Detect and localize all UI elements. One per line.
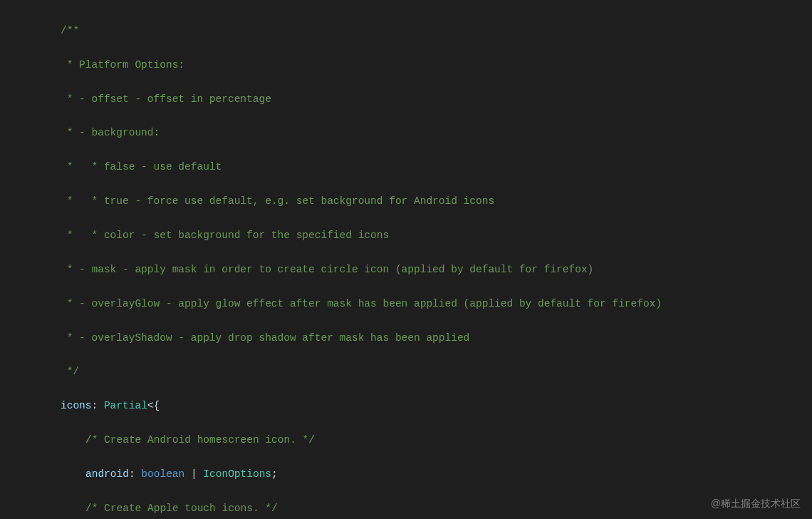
watermark: @稀土掘金技术社区 bbox=[711, 495, 801, 512]
code-editor[interactable]: /** * Platform Options: * - offset - off… bbox=[0, 0, 812, 519]
doc-comment-line: * - overlayGlow - apply glow effect afte… bbox=[61, 298, 662, 309]
doc-comment-line: * * false - use default bbox=[61, 161, 222, 173]
type-iconoptions: IconOptions bbox=[203, 468, 271, 480]
doc-comment-open: /** bbox=[61, 25, 79, 36]
doc-comment-line: * * color - set background for the speci… bbox=[61, 230, 389, 241]
property-android: android bbox=[85, 468, 129, 480]
doc-comment-close: */ bbox=[61, 366, 79, 377]
semicolon: ; bbox=[271, 468, 278, 480]
comment-android: /* Create Android homescreen icon. */ bbox=[85, 434, 315, 446]
doc-comment-line: * - mask - apply mask in order to create… bbox=[61, 264, 593, 275]
colon: : bbox=[129, 468, 141, 480]
type-partial: Partial bbox=[104, 400, 147, 411]
angle-open: <{ bbox=[147, 400, 160, 411]
comment-appleicon: /* Create Apple touch icons. */ bbox=[85, 503, 278, 514]
doc-comment-line: * - offset - offset in percentage bbox=[61, 93, 271, 105]
pipe: | bbox=[184, 468, 203, 480]
doc-comment-line: * * true - force use default, e.g. set b… bbox=[61, 195, 494, 207]
doc-comment-line: * Platform Options: bbox=[61, 59, 184, 71]
colon: : bbox=[92, 400, 104, 411]
doc-comment-line: * - background: bbox=[61, 127, 160, 138]
doc-comment-line: * - overlayShadow - apply drop shadow af… bbox=[61, 332, 469, 344]
property-icons: icons bbox=[61, 400, 92, 411]
type-boolean: boolean bbox=[141, 468, 184, 480]
